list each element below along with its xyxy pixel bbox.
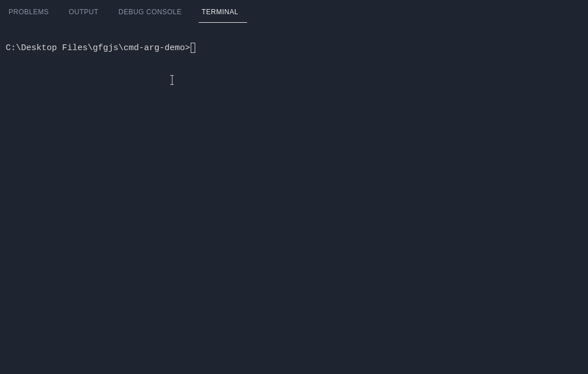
panel-tab-bar: PROBLEMS OUTPUT DEBUG CONSOLE TERMINAL: [0, 0, 588, 23]
text-cursor-icon: [170, 75, 174, 85]
terminal-panel[interactable]: C:\Desktop Files\gfgjs\cmd-arg-demo>: [0, 23, 588, 374]
terminal-cursor: [191, 43, 195, 53]
terminal-prompt: C:\Desktop Files\gfgjs\cmd-arg-demo>: [6, 43, 190, 53]
tab-debug-console[interactable]: DEBUG CONSOLE: [116, 3, 190, 23]
tab-terminal[interactable]: TERMINAL: [199, 3, 247, 23]
terminal-prompt-line: C:\Desktop Files\gfgjs\cmd-arg-demo>: [6, 43, 582, 53]
tab-problems[interactable]: PROBLEMS: [6, 3, 57, 23]
tab-output[interactable]: OUTPUT: [66, 3, 107, 23]
